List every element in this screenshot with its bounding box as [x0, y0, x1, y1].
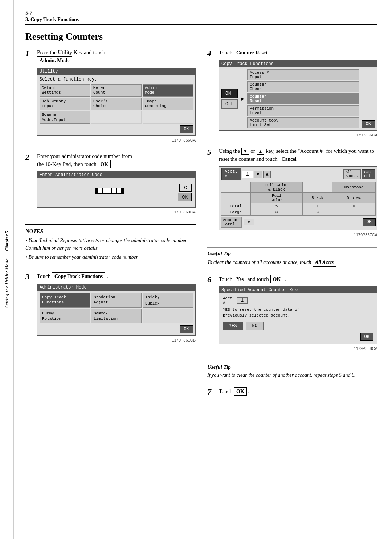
all-accts-button[interactable]: AllAccts.	[343, 169, 361, 179]
utility-grid: DefaultSettings MeterCount Admin.Mode Jo…	[40, 84, 193, 124]
useful-tip-1-title: Useful Tip	[207, 250, 377, 257]
step-2-ok-button[interactable]: OK	[98, 160, 111, 169]
utility-ok-button[interactable]: OK	[180, 125, 193, 133]
step-6-number: 6	[207, 275, 216, 354]
acct-down-arrow[interactable]: ▼	[254, 171, 262, 178]
acct-col-full-color: FullColor	[250, 193, 302, 203]
utility-screen-body: Select a function key. DefaultSettings M…	[37, 75, 195, 135]
ctf-counter-reset[interactable]: CounterReset	[247, 93, 359, 104]
ctf-caption: 1179P386CA	[219, 133, 377, 137]
step-4-number: 4	[207, 49, 216, 141]
notes-box: NOTES • Your Technical Representative se…	[25, 224, 196, 266]
left-column: 1 Press the Utility Key and touch Admin.…	[25, 49, 196, 405]
step-6-ok-button[interactable]: OK	[270, 275, 283, 284]
ctf-arrow: ▶	[241, 69, 244, 128]
sar-body: Acct.# 1 YES to reset the counter data o…	[219, 293, 377, 344]
step-5: 5 Using the ▼ or ▲ key, select the "Acco…	[207, 147, 377, 241]
acct-cancel-button[interactable]: Can-cel	[362, 169, 375, 179]
step-7-ok-button[interactable]: OK	[234, 387, 247, 396]
sar-screen: Specified Account Counter Reset Acct.# 1…	[219, 286, 377, 344]
counter-reset-button[interactable]: Counter Reset	[234, 49, 270, 57]
acct-total-value: 6	[244, 219, 254, 225]
useful-tip-1-text: To clear the counters of all accounts at…	[207, 258, 377, 267]
ctf-access-input[interactable]: Access #Input	[247, 69, 359, 80]
admin-code-body: C OK	[37, 178, 195, 207]
utility-cell-admin-mode[interactable]: Admin.Mode	[143, 84, 193, 97]
ctf-account-copy-limit[interactable]: Account CopyLimit Set	[247, 117, 359, 128]
note-2: • Be sure to remember your administrator…	[25, 253, 196, 261]
step-3-content: Touch Copy Track Functions . Administrat…	[37, 272, 196, 346]
utility-cell-users-choice[interactable]: User'sChoice	[91, 98, 142, 110]
utility-screen-title: Utility	[37, 68, 195, 75]
acct-col-duplex: Duplex	[332, 193, 376, 203]
ctf-on-off: ON OFF	[221, 69, 238, 128]
am-empty	[143, 309, 193, 323]
admin-code-screen: Enter Administrator Code	[37, 171, 196, 208]
mode-label: Setting the Utility Mode	[4, 258, 10, 308]
useful-tip-2: Useful Tip If you want to clear the coun…	[207, 361, 377, 382]
acct-up-arrow[interactable]: ▲	[263, 171, 271, 178]
sar-caption: 1179P368CA	[219, 346, 377, 351]
step-2-number: 2	[25, 152, 34, 218]
acct-large-duplex	[332, 209, 376, 216]
acct-large-black: 0	[303, 209, 332, 216]
acct-col-black: Black	[303, 193, 332, 203]
step-3-text: Touch Copy Track Functions .	[37, 272, 196, 281]
sar-no-button[interactable]: NO	[246, 322, 264, 330]
ctf-ok-button[interactable]: OK	[362, 120, 375, 128]
down-arrow-icon[interactable]: ▼	[241, 148, 249, 155]
utility-cell-scanner[interactable]: ScannerAddr.Input	[40, 111, 90, 123]
utility-cell-default-settings[interactable]: DefaultSettings	[40, 84, 90, 97]
admin-mode-ok-button[interactable]: OK	[180, 325, 193, 333]
utility-cell-job-memory[interactable]: Job MemoryInput	[40, 98, 90, 110]
step-1: 1 Press the Utility Key and touch Admin.…	[25, 49, 196, 146]
chapter-label: Chapter 5	[4, 231, 10, 251]
am-gamma[interactable]: Gamma-Limitation	[91, 309, 142, 323]
acct-number[interactable]: 1	[242, 171, 253, 178]
admin-mode-title: Administrator Mode	[37, 284, 195, 291]
acct-ok-button[interactable]: OK	[363, 218, 376, 226]
acct-section-full-color-black: Full Color& Black	[250, 182, 302, 193]
am-copy-track[interactable]: Copy TrackFunctions	[40, 293, 90, 308]
copy-track-functions-button[interactable]: Copy Track Functions	[52, 272, 105, 281]
sar-yes-button[interactable]: YES	[223, 322, 243, 330]
clear-button[interactable]: C	[179, 184, 192, 192]
ctf-counter-check[interactable]: CounterCheck	[247, 81, 359, 92]
step-6: 6 Touch Yes and touch OK . Specified Acc…	[207, 275, 377, 354]
admin-ok-button[interactable]: OK	[178, 193, 192, 201]
ctf-off-button[interactable]: OFF	[221, 99, 238, 109]
admin-input-display[interactable]	[95, 188, 124, 194]
step-5-text: Using the ▼ or ▲ key, select the "Accoun…	[219, 147, 377, 164]
ctf-permission-level[interactable]: PermissionLevel	[247, 105, 359, 116]
step-2-text: Enter your administrator code number fro…	[37, 152, 196, 169]
am-thick-duplex[interactable]: Thick2Duplex	[143, 293, 193, 308]
up-arrow-icon[interactable]: ▲	[257, 148, 265, 155]
all-accts-inline-button[interactable]: All Accts	[313, 258, 336, 267]
ctf-on-button[interactable]: ON	[221, 89, 238, 98]
am-gradation[interactable]: GradationAdjust	[91, 293, 142, 308]
cancel-button[interactable]: Cancel	[279, 155, 299, 164]
am-dummy-rotation[interactable]: DummyRotation	[40, 309, 90, 323]
sar-ok-button[interactable]: OK	[360, 333, 373, 341]
main-content: 5-7 3. Copy Track Functions Resetting Co…	[14, 0, 392, 539]
acct-row-total-label: Total	[221, 203, 251, 209]
side-tab: Chapter 5 Setting the Utility Mode	[0, 0, 14, 539]
useful-tip-1: Useful Tip To clear the counters of all …	[207, 247, 377, 270]
utility-cell-image-centering[interactable]: ImageCentering	[143, 98, 193, 110]
step-7-number: 7	[207, 387, 216, 399]
yes-inline-button[interactable]: Yes	[234, 275, 246, 284]
right-column: 4 Touch Counter Reset . Copy Track Funct…	[207, 49, 377, 405]
utility-subtitle: Select a function key.	[40, 77, 193, 82]
sar-btn-row: YES NO	[223, 322, 373, 330]
step-7-text: Touch OK .	[219, 387, 377, 396]
acct-top-row: Acct.# 1 ▼ ▲ AllAccts. Can-cel	[219, 167, 377, 182]
ctf-menu: Access #Input CounterCheck CounterReset …	[247, 69, 359, 128]
acct-total-duplex: 0	[332, 203, 376, 209]
step-3-number: 3	[25, 272, 34, 346]
admin-mode-grid: Copy TrackFunctions GradationAdjust Thic…	[37, 291, 195, 325]
sar-acct-label: Acct.#	[223, 296, 235, 305]
utility-cell-meter-count[interactable]: MeterCount	[91, 84, 142, 97]
sar-acct-num: 1	[237, 297, 248, 304]
page-number: 5-7	[25, 10, 377, 16]
admin-mode-button[interactable]: Admin. Mode	[37, 56, 72, 65]
